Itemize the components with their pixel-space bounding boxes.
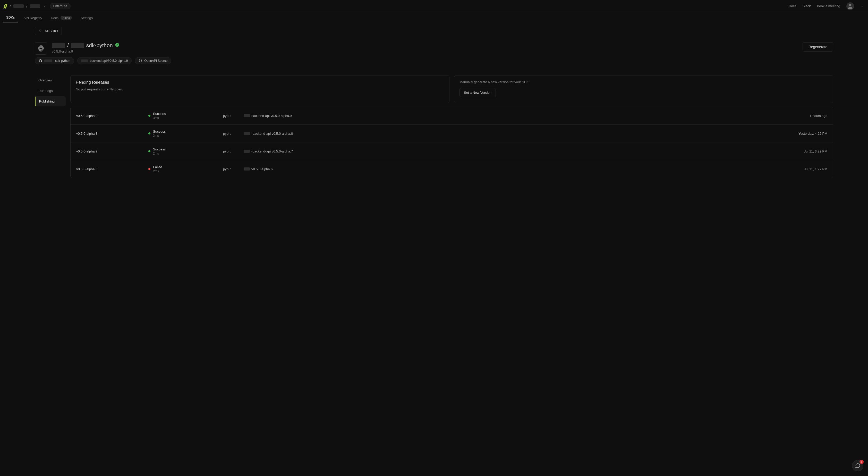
nav-slack[interactable]: Slack [803, 4, 811, 8]
release-status: Failed [153, 165, 162, 169]
release-duration: 2ms [153, 152, 166, 155]
braces-icon [138, 59, 142, 63]
status-dot-icon [148, 150, 150, 152]
chevron-down-icon[interactable] [43, 4, 46, 8]
release-time: Yesterday, 4:22 PM [781, 132, 827, 135]
release-status: Success [153, 130, 166, 133]
sdk-title-block: / sdk-python v0.5.0-alpha.9 [52, 42, 120, 53]
topbar-right: Docs Slack Book a meeting [789, 2, 864, 10]
release-row[interactable]: v0.5.0-alpha.7 Success 2ms pypi : -backe… [70, 142, 833, 160]
user-menu-chevron-icon[interactable] [860, 4, 864, 8]
release-time: Jul 11, 1:27 PM [781, 167, 827, 171]
release-version: v0.5.0-alpha.9 [76, 114, 148, 118]
chat-icon [855, 463, 861, 469]
github-pill[interactable]: -sdk-python [35, 57, 74, 64]
main-tabs: SDKs API Registry Docs Alpha Settings [0, 12, 868, 23]
tab-settings[interactable]: Settings [77, 14, 96, 22]
breadcrumb-separator: / [10, 4, 11, 8]
sidebar-item-publishing[interactable]: Publishing [35, 96, 66, 106]
backend-pill[interactable]: backend-api@0.5.0-alpha.9 [77, 57, 132, 64]
release-row[interactable]: v0.5.0-alpha.6 Failed 2ms pypi : v0.5.0-… [70, 160, 833, 178]
breadcrumb: / / [10, 4, 46, 8]
sdk-name-suffix: sdk-python [86, 42, 113, 49]
release-package: backend-api v0.5.0-alpha.9 [251, 114, 292, 118]
verified-icon [115, 42, 120, 49]
release-row[interactable]: v0.5.0-alpha.9 Success 3ms pypi : backen… [70, 107, 833, 125]
release-registry: pypi : [223, 167, 244, 171]
set-new-version-button[interactable]: Set a New Version [460, 88, 496, 97]
release-version: v0.5.0-alpha.7 [76, 149, 148, 153]
release-row[interactable]: v0.5.0-alpha.8 Success 2ms pypi : -backe… [70, 125, 833, 142]
breadcrumb-separator: / [26, 4, 27, 8]
topbar: / / Enterprise Docs Slack Book a meeting [0, 0, 868, 12]
svg-point-0 [849, 4, 851, 6]
status-dot-icon [148, 115, 150, 117]
release-duration: 2ms [153, 134, 166, 137]
tab-docs-label: Docs [51, 16, 59, 20]
sidebar-item-overview[interactable]: Overview [35, 75, 66, 85]
release-time: 1 hours ago [781, 114, 827, 118]
status-dot-icon [148, 168, 150, 170]
regenerate-button[interactable]: Regenerate [803, 42, 833, 52]
release-registry: pypi : [223, 149, 244, 153]
release-package: -backend-api v0.5.0-alpha.7 [251, 149, 293, 153]
avatar[interactable] [846, 2, 854, 10]
sdk-header: / sdk-python v0.5.0-alpha.9 Regenerate [0, 35, 868, 57]
release-registry: pypi : [223, 114, 244, 118]
status-dot-icon [148, 132, 150, 134]
release-time: Jul 11, 3:22 PM [781, 149, 827, 153]
logo[interactable] [4, 4, 7, 8]
release-package: -backend-api v0.5.0-alpha.8 [251, 132, 293, 135]
nav-docs[interactable]: Docs [789, 4, 796, 8]
breadcrumb-org[interactable] [13, 4, 24, 8]
release-version: v0.5.0-alpha.6 [76, 167, 148, 171]
chat-badge: 1 [860, 460, 864, 464]
pill-row: -sdk-python backend-api@0.5.0-alpha.9 Op… [0, 57, 868, 69]
release-table: v0.5.0-alpha.9 Success 3ms pypi : backen… [70, 107, 833, 178]
release-status: Success [153, 147, 166, 151]
svg-point-2 [115, 43, 119, 47]
arrow-left-icon [39, 29, 43, 33]
release-package: v0.5.0-alpha.6 [251, 167, 273, 171]
tab-sdks[interactable]: SDKs [3, 13, 18, 23]
sidebar-item-run-logs[interactable]: Run Logs [35, 86, 66, 96]
release-registry: pypi : [223, 132, 244, 135]
all-sdks-label: All SDKs [45, 29, 58, 33]
sdk-version: v0.5.0-alpha.9 [52, 50, 120, 53]
release-version: v0.5.0-alpha.8 [76, 132, 148, 135]
side-nav: Overview Run Logs Publishing [35, 75, 66, 178]
chat-fab[interactable]: 1 [852, 460, 863, 471]
title-separator: / [67, 42, 69, 49]
github-icon [39, 59, 42, 63]
github-pill-suffix: -sdk-python [54, 59, 70, 63]
sdk-title: / sdk-python [52, 42, 120, 49]
release-duration: 3ms [153, 116, 166, 120]
enterprise-badge: Enterprise [50, 3, 71, 9]
tab-api-registry[interactable]: API Registry [20, 14, 45, 22]
alpha-badge: Alpha [61, 16, 72, 20]
all-sdks-button[interactable]: All SDKs [35, 27, 62, 35]
pending-releases-empty: No pull requests currently open. [76, 87, 444, 91]
pending-releases-title: Pending Releases [76, 80, 444, 85]
python-icon [35, 42, 47, 55]
openapi-pill-label: OpenAPI Source [144, 59, 167, 63]
release-status: Success [153, 112, 166, 116]
breadcrumb-project[interactable] [30, 4, 40, 8]
backend-pill-suffix: backend-api@0.5.0-alpha.9 [90, 59, 128, 63]
tab-docs[interactable]: Docs Alpha [47, 14, 75, 22]
pending-releases-card: Pending Releases No pull requests curren… [70, 75, 450, 103]
manual-generate-card: Manually generate a new version for your… [454, 75, 833, 103]
release-duration: 2ms [153, 169, 162, 173]
manual-generate-text: Manually generate a new version for your… [460, 80, 828, 84]
openapi-pill[interactable]: OpenAPI Source [135, 57, 171, 64]
nav-book-meeting[interactable]: Book a meeting [817, 4, 840, 8]
